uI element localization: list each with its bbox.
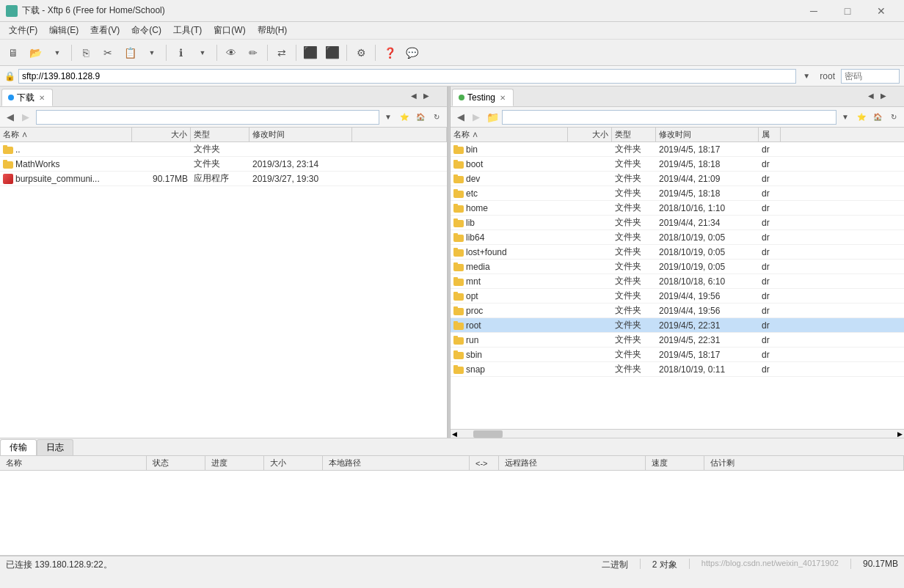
- settings-button[interactable]: ⚙: [351, 43, 371, 63]
- view-button[interactable]: 👁: [221, 43, 241, 63]
- log-header-status: 状态: [147, 456, 205, 470]
- file-cell-date: 2019/4/4, 19:56: [656, 289, 759, 303]
- table-row[interactable]: .. 文件夹: [0, 142, 447, 157]
- right-bookmark-button[interactable]: ⭐: [854, 110, 869, 125]
- transfer-button[interactable]: ⇄: [271, 43, 292, 63]
- table-row[interactable]: proc文件夹2019/4/4, 19:56dr: [451, 304, 904, 318]
- left-forward-button[interactable]: ▶: [18, 110, 33, 125]
- right-path-input[interactable]: /: [502, 110, 836, 125]
- minimize-button[interactable]: ─: [797, 0, 831, 22]
- bottom-tab-log[interactable]: 日志: [37, 439, 73, 455]
- paste-button[interactable]: 📋: [120, 43, 140, 63]
- right-file-list[interactable]: 名称 ∧ 大小 类型 修改时间 属 bin文件夹2019/4/5, 18:17d…: [451, 128, 904, 429]
- chat-button[interactable]: 💬: [401, 43, 422, 63]
- table-row[interactable]: media文件夹2019/10/19, 0:05dr: [451, 260, 904, 274]
- table-row[interactable]: dev文件夹2019/4/4, 21:09dr: [451, 172, 904, 186]
- right-hscroll[interactable]: ◀ ▶: [451, 429, 904, 438]
- left-file-list[interactable]: 名称 ∧ 大小 类型 修改时间 .. 文件夹 MathWorks: [0, 128, 447, 438]
- help-button[interactable]: ❓: [379, 43, 400, 63]
- table-row[interactable]: burpsuite_communi... 90.17MB 应用程序 2019/3…: [0, 172, 447, 186]
- right-forward-button[interactable]: ▶: [469, 110, 484, 125]
- table-row[interactable]: home文件夹2018/10/16, 1:10dr: [451, 201, 904, 216]
- password-input[interactable]: [841, 69, 900, 84]
- left-header-size[interactable]: 大小: [132, 128, 191, 142]
- left-back-button[interactable]: ◀: [3, 110, 18, 125]
- menu-help[interactable]: 帮助(H): [252, 23, 294, 38]
- table-row[interactable]: mnt文件夹2018/10/18, 6:10dr: [451, 274, 904, 289]
- right-tab-next-button[interactable]: ▶: [878, 89, 889, 101]
- right-tab-prev-button[interactable]: ◀: [865, 89, 877, 101]
- left-refresh-button[interactable]: ↻: [429, 110, 444, 125]
- maximize-button[interactable]: □: [831, 0, 864, 22]
- right-header-size[interactable]: 大小: [568, 128, 612, 142]
- left-path-input[interactable]: C:\Users\14793\Downloads: [36, 110, 379, 125]
- right-home-button[interactable]: 🏠: [870, 110, 885, 125]
- table-row[interactable]: etc文件夹2019/4/5, 18:18dr: [451, 186, 904, 201]
- toolbar-arrow-down[interactable]: ▼: [47, 43, 68, 63]
- file-cell-size: [568, 157, 612, 171]
- left-scroll-arrow[interactable]: ◀: [451, 430, 459, 438]
- server-address-input[interactable]: [18, 69, 796, 84]
- table-row[interactable]: sbin文件夹2019/4/5, 18:17dr: [451, 348, 904, 362]
- right-path-dropdown[interactable]: ▼: [838, 110, 853, 125]
- right-back-button[interactable]: ◀: [453, 110, 468, 125]
- table-row[interactable]: snap文件夹2018/10/19, 0:11dr: [451, 362, 904, 377]
- toolbar-arrow-down3[interactable]: ▼: [192, 43, 213, 63]
- left-tab-download[interactable]: 下载 ✕: [1, 89, 53, 106]
- folder-icon: [453, 306, 464, 315]
- cut-button[interactable]: ✂: [98, 43, 118, 63]
- folder-icon: [453, 350, 464, 359]
- file-cell-size: [568, 186, 612, 200]
- right-header-date[interactable]: 修改时间: [656, 128, 759, 142]
- toolbar: 🖥 📂 ▼ ⎘ ✂ 📋 ▼ ℹ ▼ 👁 ✏ ⇄ ⬛ ⬛ ⚙ ❓ 💬: [0, 40, 904, 66]
- tab-prev-button[interactable]: ◀: [408, 89, 420, 101]
- left-header-date[interactable]: 修改时间: [249, 128, 352, 142]
- close-button[interactable]: ✕: [864, 0, 898, 22]
- open-folder-button[interactable]: 📂: [25, 43, 45, 63]
- properties-button[interactable]: ℹ: [170, 43, 191, 63]
- upload-button[interactable]: ⬛: [300, 43, 321, 63]
- right-tab-close[interactable]: ✕: [498, 93, 507, 103]
- left-header-name[interactable]: 名称 ∧: [0, 128, 132, 142]
- left-bookmark-button[interactable]: ⭐: [397, 110, 412, 125]
- file-cell-type: 文件夹: [612, 172, 656, 185]
- right-scroll-arrow[interactable]: ▶: [896, 430, 904, 438]
- toolbar-arrow-down2[interactable]: ▼: [142, 43, 162, 63]
- download-button[interactable]: ⬛: [322, 43, 343, 63]
- menu-edit[interactable]: 编辑(E): [43, 23, 84, 38]
- menu-tools[interactable]: 工具(T): [167, 23, 208, 38]
- left-path-dropdown[interactable]: ▼: [381, 110, 396, 125]
- right-tab-testing[interactable]: Testing ✕: [452, 89, 514, 106]
- file-cell-attr: dr: [759, 333, 781, 347]
- menu-window[interactable]: 窗口(W): [208, 23, 251, 38]
- new-session-button[interactable]: 🖥: [3, 43, 23, 63]
- table-row[interactable]: lost+found文件夹2018/10/19, 0:05dr: [451, 245, 904, 260]
- right-header-type[interactable]: 类型: [612, 128, 656, 142]
- file-cell-attr: dr: [759, 186, 781, 200]
- scroll-thumb[interactable]: [473, 430, 503, 438]
- table-row[interactable]: opt文件夹2019/4/4, 19:56dr: [451, 289, 904, 304]
- log-header-remote-path: 远程路径: [499, 456, 646, 470]
- menu-view[interactable]: 查看(V): [84, 23, 125, 38]
- table-row[interactable]: boot文件夹2019/4/5, 18:18dr: [451, 157, 904, 172]
- dropdown-icon[interactable]: ▼: [799, 69, 814, 84]
- right-header-attr[interactable]: 属: [759, 128, 781, 142]
- right-refresh-button[interactable]: ↻: [886, 110, 901, 125]
- left-header-type[interactable]: 类型: [191, 128, 249, 142]
- table-row[interactable]: root文件夹2019/4/5, 22:31dr: [451, 318, 904, 333]
- menu-command[interactable]: 命令(C): [125, 23, 167, 38]
- bottom-tab-transfer[interactable]: 传输: [0, 439, 37, 455]
- right-header-name[interactable]: 名称 ∧: [451, 128, 568, 142]
- table-row[interactable]: run文件夹2019/4/5, 22:31dr: [451, 333, 904, 348]
- edit-button[interactable]: ✏: [243, 43, 263, 63]
- menu-file[interactable]: 文件(F): [3, 23, 43, 38]
- file-cell-type: 文件夹: [612, 230, 656, 244]
- table-row[interactable]: bin文件夹2019/4/5, 18:17dr: [451, 142, 904, 157]
- copy-button[interactable]: ⎘: [76, 43, 96, 63]
- left-home-button[interactable]: 🏠: [413, 110, 428, 125]
- table-row[interactable]: lib64文件夹2018/10/19, 0:05dr: [451, 230, 904, 245]
- left-tab-close[interactable]: ✕: [37, 93, 46, 103]
- table-row[interactable]: lib文件夹2019/4/4, 21:34dr: [451, 216, 904, 230]
- tab-next-button[interactable]: ▶: [420, 89, 432, 101]
- table-row[interactable]: MathWorks 文件夹 2019/3/13, 23:14: [0, 157, 447, 172]
